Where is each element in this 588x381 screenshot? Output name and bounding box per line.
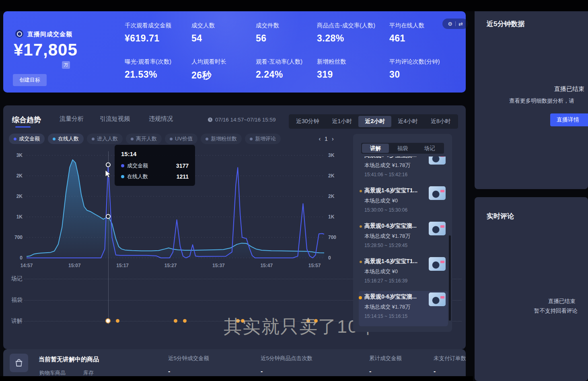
recent-5min-card: 近5分钟数据 直播已结束 查看更多明细数据分析，请 直播详情 [475, 5, 588, 189]
banner-metric: 观看-互动率(人数)2.24% [256, 58, 317, 94]
session-bullet [360, 190, 362, 192]
bottom-metric: 未支付订单数- [434, 355, 466, 375]
bottom-metric-label: 近5分钟商品点击次数 [261, 355, 313, 362]
bottom-metric: 近5分钟商品点击次数- [261, 355, 313, 375]
session-item[interactable]: 高景观1-6岁宝宝T1...本场总成交 ¥015:30:00 ~ 15:30:0… [359, 185, 448, 220]
bottom-product-bar: 当前暂无讲解中的商品 购物车商品 库存 近5分钟成交金额-近5分钟商品点击次数-… [3, 349, 466, 376]
banner-metric-label: 平均评论次数(分钟) [389, 58, 460, 66]
bottom-sub-labels: 购物车商品 库存 [39, 369, 94, 377]
live-dashboard: 直播间成交金额 ¥17,805 万 创建目标 千次观看成交金额¥619.71成交… [0, 0, 588, 381]
bottom-metric-label: 累计成交金额 [369, 355, 402, 362]
banner-metric-value: 461 [389, 33, 460, 44]
chart-tooltip: 15:14 成交金额3177在线人数1211 [115, 145, 195, 186]
letterbox-bottom [0, 376, 473, 381]
banner-metric: 平均评论次数(分钟)30 [389, 58, 460, 94]
session-item-title: 高景观1-6岁宝宝T1... [364, 258, 425, 265]
tooltip-time: 15:14 [121, 150, 189, 157]
swap-icon[interactable]: ⇄ [458, 21, 463, 27]
banner-metric-value: 2.24% [256, 69, 317, 80]
bottom-metric-value: - [369, 368, 402, 375]
tooltip-series-value: 1211 [177, 173, 189, 180]
banner-metric-label: 千次观看成交金额 [125, 22, 191, 29]
banner-metric: 新增粉丝数319 [317, 58, 389, 94]
session-item[interactable]: 高景观0-6岁宝宝溜...本场总成交 ¥1.78万15:41:06 ~ 15:4… [359, 157, 448, 185]
comments-ended-text: 直播已结束 [548, 298, 576, 305]
divider [455, 21, 456, 26]
summary-banner: 直播间成交金额 ¥17,805 万 创建目标 千次观看成交金额¥619.71成交… [3, 11, 466, 93]
cart-products-label: 购物车商品 [39, 369, 66, 377]
bottom-metric-label: 未支付订单数 [434, 355, 466, 362]
banner-metric-value: 319 [317, 69, 389, 80]
banner-metric-value: 3.28% [317, 33, 389, 44]
session-bullet [360, 225, 362, 228]
unit-badge: 万 [62, 61, 70, 69]
session-item[interactable]: 高景观0-6岁宝宝溜...本场总成交 ¥1.78万15:14:15 ~ 15:1… [359, 291, 448, 326]
tooltip-series-value: 3177 [176, 163, 189, 169]
banner-metric-value: 56 [256, 33, 317, 44]
session-item-time: 15:16:27 ~ 15:16:39 [364, 278, 446, 284]
session-item[interactable]: 高景观0-6岁宝宝溜...本场总成交 ¥1.78万15:28:50 ~ 15:2… [359, 220, 448, 255]
session-item-title: 高景观1-6岁宝宝T1... [364, 187, 425, 194]
product-thumbnail [429, 222, 446, 235]
realtime-comments-title: 实时评论 [487, 212, 514, 221]
live-ended-text: 直播已结束 [554, 85, 584, 93]
explain-dot[interactable] [116, 319, 119, 323]
tooltip-series-name: 在线人数 [127, 173, 148, 180]
session-item-title: 高景观0-6岁宝宝溜... [364, 293, 425, 301]
session-item-time: 15:14:15 ~ 15:16:15 [364, 313, 446, 319]
session-item-title: 高景观0-6岁宝宝溜... [364, 157, 425, 159]
banner-metric-value: 30 [389, 69, 460, 80]
no-explaining-product-text: 当前暂无讲解中的商品 [39, 356, 99, 363]
realtime-comments-card: 实时评论 直播已结束 暂不支持回看评论 [475, 197, 588, 381]
gear-icon[interactable]: ⚙ [448, 21, 452, 27]
create-goal-button[interactable]: 创建目标 [13, 74, 47, 86]
bottom-metric: 近5分钟成交金额- [168, 355, 209, 375]
product-thumbnail [429, 186, 446, 200]
banner-metric-label: 曝光-观看率(次数) [125, 58, 191, 66]
live-detail-button[interactable]: 直播详情 [550, 113, 588, 126]
banner-metric-value: 21.53% [125, 69, 191, 80]
explain-dot[interactable] [183, 319, 187, 323]
letterbox-top [0, 0, 588, 11]
see-more-text: 查看更多明细数据分析，请 [509, 97, 574, 105]
banner-metric-label: 成交件数 [256, 22, 317, 29]
tooltip-series-dot [121, 175, 124, 178]
tooltip-row: 在线人数1211 [121, 173, 189, 180]
session-item-title: 高景观0-6岁宝宝溜... [364, 222, 425, 230]
product-thumbnail [429, 157, 446, 165]
main-metric-label: 直播间成交金额 [27, 31, 72, 38]
banner-metrics-grid: 千次观看成交金额¥619.71成交人数54成交件数56商品点击-成交率(人数)3… [125, 22, 460, 94]
banner-metric-value: 26秒 [191, 69, 256, 82]
bottom-metric-value: - [434, 368, 466, 375]
bottom-metric-label: 近5分钟成交金额 [168, 355, 209, 362]
session-tab[interactable]: 福袋 [389, 144, 416, 153]
bottom-metric-value: - [168, 368, 209, 375]
trend-panel: 综合趋势流量分析引流短视频违规情况 07/16 14:57~07/16 15:5… [3, 105, 466, 349]
product-thumbnail [429, 257, 446, 271]
session-tab[interactable]: 场记 [416, 144, 443, 153]
banner-metric: 成交件数56 [256, 22, 317, 58]
banner-metric: 成交人数54 [191, 22, 256, 58]
recent-5min-title: 近5分钟数据 [487, 19, 524, 29]
session-list-scrollbar[interactable] [449, 235, 451, 321]
banner-metric-value: 54 [191, 33, 256, 44]
explain-dot[interactable] [174, 319, 177, 323]
banner-metric-value: ¥619.71 [125, 33, 191, 44]
banner-metric: 千次观看成交金额¥619.71 [125, 22, 191, 58]
banner-metric-label: 成交人数 [191, 22, 256, 29]
session-list: 高景观0-6岁宝宝溜...本场总成交 ¥1.78万15:41:06 ~ 15:4… [359, 157, 448, 328]
no-replay-comments-text: 暂不支持回看评论 [534, 307, 578, 315]
bottom-metric: 累计成交金额- [369, 355, 402, 375]
session-tab[interactable]: 讲解 [362, 144, 389, 153]
session-list-panel: 讲解福袋场记 高景观0-6岁宝宝溜...本场总成交 ¥1.78万15:41:06… [353, 134, 452, 332]
session-bullet [359, 296, 362, 299]
banner-metric: 商品点击-成交率(人数)3.28% [317, 22, 389, 58]
session-item-time: 15:28:50 ~ 15:29:45 [364, 243, 446, 248]
tooltip-series-dot [121, 164, 124, 167]
tooltip-series-name: 成交金额 [127, 162, 148, 169]
banner-metric-label: 商品点击-成交率(人数) [317, 22, 389, 29]
session-item-time: 15:41:06 ~ 15:42:16 [364, 172, 446, 177]
session-item[interactable]: 高景观1-6岁宝宝T1...本场总成交 ¥015:16:27 ~ 15:16:3… [359, 255, 448, 291]
banner-metric-label: 人均观看时长 [191, 58, 256, 66]
product-thumbnail [429, 292, 446, 306]
